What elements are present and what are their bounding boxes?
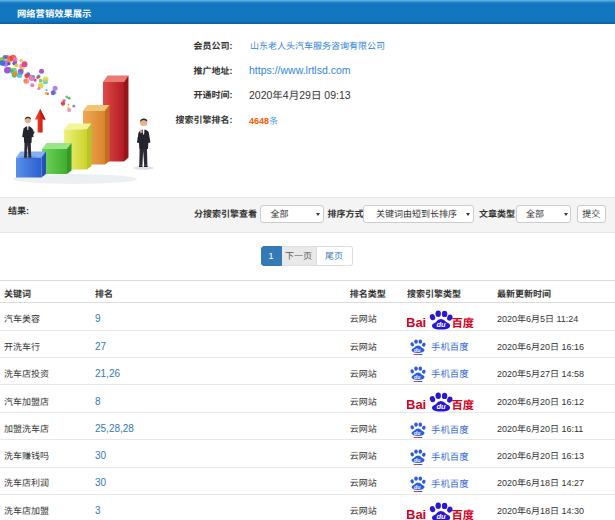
svg-text:手机百度: 手机百度 — [431, 451, 469, 462]
svg-text:du: du — [436, 512, 446, 520]
svg-text:Bai: Bai — [407, 315, 426, 330]
svg-text:du: du — [414, 429, 421, 435]
svg-text:du: du — [414, 456, 421, 462]
svg-text:百度: 百度 — [451, 399, 474, 411]
svg-text:Bai: Bai — [407, 506, 426, 520]
svg-text:手机百度: 手机百度 — [431, 424, 469, 435]
svg-text:du: du — [436, 402, 446, 411]
svg-text:手机百度: 手机百度 — [431, 478, 469, 489]
svg-text:百度: 百度 — [451, 317, 474, 329]
svg-text:百度: 百度 — [451, 508, 474, 520]
svg-text:du: du — [436, 320, 446, 329]
svg-text:du: du — [414, 483, 421, 489]
svg-text:du: du — [414, 374, 421, 380]
svg-text:手机百度: 手机百度 — [431, 369, 469, 380]
svg-text:Bai: Bai — [407, 397, 426, 412]
svg-text:du: du — [414, 347, 421, 353]
svg-text:手机百度: 手机百度 — [431, 342, 469, 353]
